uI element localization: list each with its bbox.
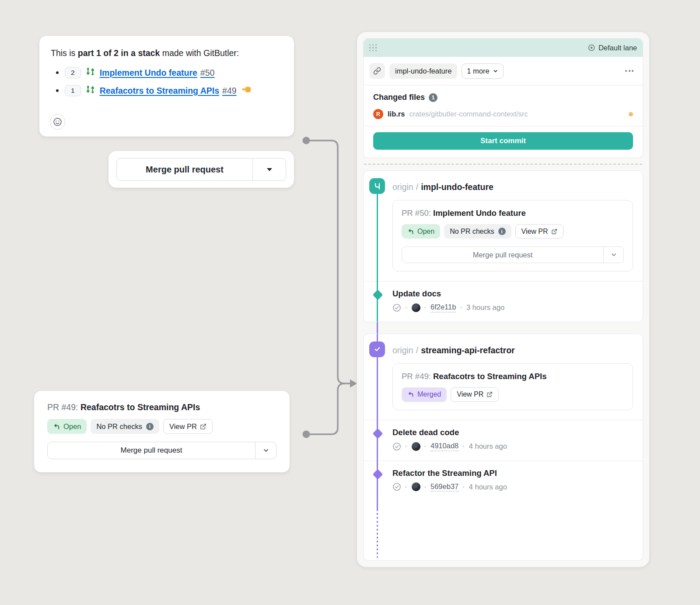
check-circle-icon <box>392 303 401 312</box>
merge-pull-request-button[interactable]: Merge pull request <box>48 442 255 459</box>
rust-file-icon <box>373 109 383 119</box>
branch-header: origin/streaming-api-refactror <box>392 345 633 355</box>
pr-stack-icon <box>86 67 95 78</box>
view-pr-button[interactable]: View PR <box>451 387 499 402</box>
merge-options-dropdown-button[interactable] <box>255 442 276 459</box>
check-circle-icon <box>392 482 401 491</box>
branch-badge-icon <box>369 178 385 194</box>
pr-status-merged-badge: Merged <box>402 387 447 402</box>
commit-diamond-icon <box>372 428 383 439</box>
timeline-line <box>377 179 378 322</box>
commit-row-update-docs[interactable]: Update docs 6f2e11b 3 hours ago <box>364 281 643 322</box>
commit-hash-link[interactable]: 4910ad8 <box>430 442 458 451</box>
connector-dot-top <box>303 137 310 144</box>
arrow-turn-up-left-icon <box>407 228 414 235</box>
lane-menu-button[interactable] <box>622 67 637 75</box>
pr-50-card: PR #50: Implement Undo feature Open No P… <box>392 200 633 271</box>
lane-card: Default lane impl-undo-feature 1 more Ch… <box>363 38 643 158</box>
commit-time: 4 hours ago <box>469 483 507 491</box>
pr-50-link[interactable]: Implement Undo feature#50 <box>100 68 215 78</box>
dot-separator <box>405 442 408 450</box>
chevron-down-icon <box>493 68 498 74</box>
stack-item-pr49: 1 Reafacotrs to Streaming APIs#49 <box>56 84 283 97</box>
start-commit-button[interactable]: Start commit <box>373 132 633 150</box>
branch-section-impl-undo-feature: origin/impl-undo-feature PR #50: Impleme… <box>363 170 643 322</box>
view-pr-button[interactable]: View PR <box>163 419 213 434</box>
timeline-gap <box>363 322 643 334</box>
chevron-down-icon <box>262 447 270 454</box>
commit-row-refactor-streaming-api[interactable]: Refactor the Streaming API 569eb37 4 hou… <box>364 461 643 501</box>
timeline-line <box>377 334 378 509</box>
pr-checks-badge: No PR checks <box>91 419 159 434</box>
arrow-turn-up-left-icon <box>53 423 60 430</box>
stack-pr-list: 2 Implement Undo feature#50 1 <box>56 67 283 97</box>
merge-split-button: Merge pull request <box>402 246 624 263</box>
gitbutler-workspace: This is part 1 of 2 in a stack made with… <box>0 0 700 605</box>
dot-separator <box>424 303 427 312</box>
dot-separator <box>460 303 462 312</box>
chevron-down-icon <box>610 251 617 258</box>
pr-title: PR #49: Reafacotrs to Streaming APIs <box>47 402 276 412</box>
add-reaction-button[interactable] <box>50 114 65 130</box>
commit-diamond-icon <box>372 469 383 479</box>
commit-row-delete-dead-code[interactable]: Delete dead code 4910ad8 4 hours ago <box>364 420 643 461</box>
branch-section-streaming-api-refactror: origin/streaming-api-refactror PR #49: R… <box>363 334 643 561</box>
author-avatar <box>412 482 420 491</box>
branch-name-chip[interactable]: impl-undo-feature <box>389 63 457 79</box>
pr-checks-badge: No PR checks <box>444 224 511 239</box>
pr-status-open-badge: Open <box>47 419 87 434</box>
pr-49-card: PR #49: Reafacotrs to Streaming APIs Mer… <box>392 363 633 410</box>
stack-comment-card: This is part 1 of 2 in a stack made with… <box>39 36 294 137</box>
merge-options-dropdown-button[interactable] <box>603 247 623 263</box>
commit-hash-link[interactable]: 569eb37 <box>430 482 458 492</box>
dot-separator <box>462 483 465 491</box>
pr-49-link[interactable]: Reafacotrs to Streaming APIs#49 <box>100 86 237 96</box>
pr-status-open-badge: Open <box>402 224 440 239</box>
dashed-separator <box>364 164 642 165</box>
stack-position-badge: 1 <box>65 85 81 96</box>
modified-indicator-dot <box>629 112 633 116</box>
dot-separator <box>405 483 408 491</box>
branch-row: impl-undo-feature 1 more <box>364 57 643 85</box>
stack-item-pr50: 2 Implement Undo feature#50 <box>56 67 283 78</box>
lane-title: Default lane <box>598 44 637 52</box>
connector-arrowhead <box>350 380 357 388</box>
changed-files-count-badge: 1 <box>429 93 438 102</box>
info-icon <box>498 228 506 235</box>
changed-file-row[interactable]: lib.rs crates/gitbutler-command-context/… <box>364 104 643 126</box>
merge-pull-request-button[interactable]: Merge pull request <box>402 247 603 263</box>
merge-split-button: Merge pull request <box>47 442 276 459</box>
stack-comment-intro: This is part 1 of 2 in a stack made with… <box>51 48 283 58</box>
external-link-icon <box>486 391 493 397</box>
merge-pull-request-button[interactable]: Merge pull request <box>117 158 252 180</box>
dot-separator <box>424 483 427 491</box>
bullet-icon <box>56 71 59 74</box>
merge-options-dropdown-button[interactable] <box>252 158 286 180</box>
pr-49-detail-card: PR #49: Reafacotrs to Streaming APIs Ope… <box>34 391 290 472</box>
view-pr-button[interactable]: View PR <box>515 224 564 239</box>
info-icon <box>146 423 154 430</box>
arrow-turn-up-left-icon <box>407 391 414 398</box>
merge-split-button: Merge pull request <box>116 158 286 181</box>
commit-time: 4 hours ago <box>469 442 507 450</box>
connector-dot-bottom <box>303 431 310 438</box>
link-icon <box>373 67 381 75</box>
author-avatar <box>412 442 420 451</box>
merge-pull-request-card: Merge pull request <box>108 151 294 188</box>
more-branches-button[interactable]: 1 more <box>462 63 503 79</box>
branch-integrated-badge-icon <box>369 341 385 357</box>
drag-handle-icon[interactable] <box>369 44 377 52</box>
author-avatar <box>412 303 420 312</box>
external-link-icon <box>551 229 557 235</box>
dot-separator <box>405 303 408 312</box>
target-icon <box>588 44 595 52</box>
commit-diamond-icon <box>372 289 383 300</box>
external-link-icon <box>200 423 206 430</box>
pointing-left-icon <box>242 84 252 97</box>
default-lane-panel: Default lane impl-undo-feature 1 more Ch… <box>357 32 650 567</box>
pr-stack-icon <box>86 85 95 96</box>
link-branch-button[interactable] <box>369 63 385 79</box>
bullet-icon <box>56 89 59 92</box>
check-circle-icon <box>392 442 401 451</box>
commit-hash-link[interactable]: 6f2e11b <box>430 303 456 313</box>
